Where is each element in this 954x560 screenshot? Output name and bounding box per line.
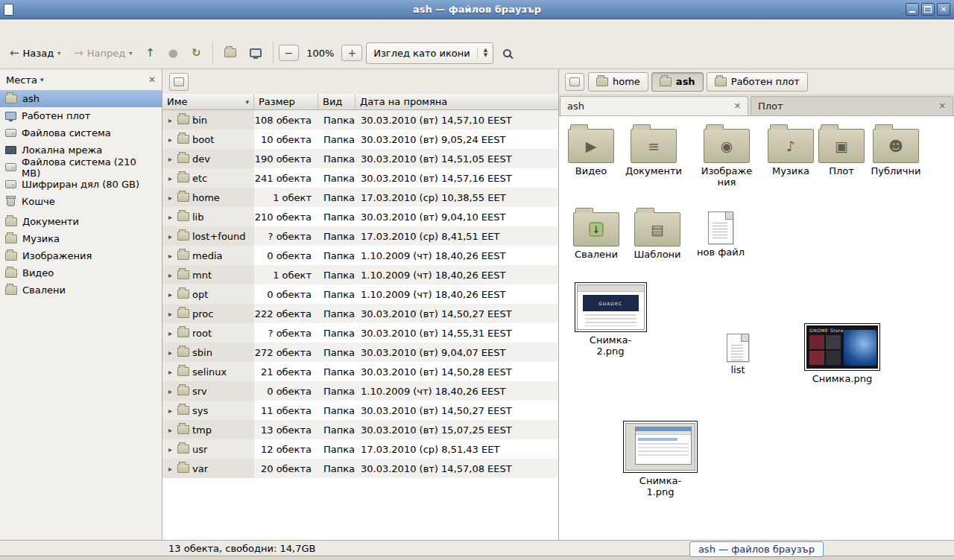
tree-row[interactable]: ▸ usr 12 обекта Папка 17.03.2010 (ср) 8,…	[162, 439, 558, 459]
folder-item[interactable]: ↓ Свалени	[569, 207, 623, 260]
tab-close-icon[interactable]: ✕	[939, 101, 946, 111]
sidebar-item[interactable]: Изображения	[0, 247, 162, 264]
tree-row[interactable]: ▸ sys 11 обекта Папка 30.03.2010 (вт) 14…	[162, 401, 558, 420]
computer-button[interactable]	[244, 43, 268, 63]
tree-row[interactable]: ▸ root ? обекта Папка 30.03.2010 (вт) 14…	[162, 323, 558, 343]
root-location-button[interactable]	[169, 73, 189, 91]
minimize-button[interactable]	[906, 3, 919, 16]
folder-item[interactable]: ◉ Изображения	[695, 124, 759, 188]
view-mode-dropdown[interactable]: Изглед като икони ▲▼	[366, 42, 493, 64]
expander-icon[interactable]: ▸	[166, 116, 174, 124]
tree-row[interactable]: ▸ lib 210 обекта Папка 30.03.2010 (вт) 9…	[162, 207, 558, 226]
column-header-type[interactable]: Вид	[318, 94, 356, 109]
tree-row[interactable]: ▸ home 1 обект Папка 17.03.2010 (ср) 10,…	[162, 188, 558, 207]
expander-icon[interactable]: ▸	[166, 387, 174, 395]
folder-item[interactable]: ▶ Видео	[564, 124, 618, 176]
tree-row[interactable]: ▸ srv 0 обекта Папка 1.10.2009 (чт) 18,4…	[162, 381, 558, 401]
sidebar-close-icon[interactable]: ✕	[148, 74, 156, 85]
expander-icon[interactable]: ▸	[166, 252, 174, 260]
sidebar-item[interactable]: Видео	[0, 264, 162, 281]
maximize-button[interactable]	[921, 3, 935, 16]
home-button[interactable]	[218, 43, 242, 63]
stop-button[interactable]: ●	[162, 42, 184, 63]
sidebar-item[interactable]: Музика	[0, 230, 162, 247]
expander-icon[interactable]: ▸	[166, 310, 174, 318]
tree-row[interactable]: ▸ etc 241 обекта Папка 30.03.2010 (вт) 1…	[162, 168, 558, 188]
menu-item[interactable]	[16, 26, 30, 31]
image-item[interactable]: GUADEC Снимка-2.png	[573, 282, 648, 357]
taskbar-window-button[interactable]: ash — файлов браузър	[689, 541, 824, 557]
expander-icon[interactable]: ▸	[166, 271, 174, 279]
sidebar-item[interactable]: Свалени	[0, 281, 162, 299]
tree-row[interactable]: ▸ selinux 21 обекта Папка 30.03.2010 (вт…	[162, 362, 558, 381]
expander-icon[interactable]: ▸	[166, 349, 174, 357]
expander-icon[interactable]: ▸	[166, 174, 174, 182]
tree-row[interactable]: ▸ media 0 обекта Папка 1.10.2009 (чт) 18…	[162, 246, 558, 265]
menu-item[interactable]	[70, 26, 83, 31]
zoom-in-button[interactable]: +	[341, 45, 362, 61]
search-button[interactable]	[497, 44, 517, 63]
back-history-chevron-icon[interactable]: ▾	[57, 50, 60, 57]
expander-icon[interactable]: ▸	[166, 329, 174, 337]
breadcrumb-button[interactable]: home	[588, 72, 648, 92]
sidebar-item[interactable]: Документи	[0, 213, 162, 230]
tree-row[interactable]: ▸ boot 10 обекта Папка 30.03.2010 (вт) 9…	[162, 130, 558, 149]
expander-icon[interactable]: ▸	[166, 290, 174, 299]
image-item[interactable]: GNOME Store Снимка.png	[803, 323, 881, 384]
file-item[interactable]: list	[713, 334, 762, 375]
folder-item[interactable]: ≡ Документи	[624, 124, 683, 176]
expander-icon[interactable]: ▸	[166, 445, 174, 454]
column-header-name[interactable]: Име▾	[162, 94, 254, 109]
breadcrumb-button[interactable]: Работен плот	[707, 72, 808, 92]
sidebar-item[interactable]: Файлова система (210 MB)	[0, 159, 162, 176]
reload-button[interactable]: ↻	[186, 42, 207, 63]
sidebar-item[interactable]: Кошче	[0, 193, 162, 210]
column-header-date[interactable]: Дата на промяна	[356, 94, 558, 109]
breadcrumb-button[interactable]: ash	[651, 72, 704, 92]
zoom-out-button[interactable]: −	[279, 45, 300, 61]
tree-row[interactable]: ▸ tmp 13 обекта Папка 30.03.2010 (вт) 15…	[162, 420, 558, 439]
expander-icon[interactable]: ▸	[166, 368, 174, 376]
tree-row[interactable]: ▸ bin 108 обекта Папка 30.03.2010 (вт) 1…	[162, 110, 558, 130]
expander-icon[interactable]: ▸	[166, 465, 174, 473]
menu-item[interactable]	[57, 26, 70, 31]
close-button[interactable]	[937, 3, 950, 16]
sidebar-item[interactable]: Файлова система	[0, 124, 162, 141]
file-item[interactable]: нов файл	[695, 211, 747, 258]
tree-row[interactable]: ▸ sbin 272 обекта Папка 30.03.2010 (вт) …	[162, 343, 558, 362]
tree-row[interactable]: ▸ lost+found ? обекта Папка 17.03.2010 (…	[162, 226, 558, 246]
expander-icon[interactable]: ▸	[166, 426, 174, 434]
folder-item[interactable]: ▤ Шаблони	[630, 207, 685, 260]
expander-icon[interactable]: ▸	[166, 136, 174, 144]
sidebar-title[interactable]: Места	[6, 74, 37, 86]
tree-row[interactable]: ▸ mnt 1 обект Папка 1.10.2009 (чт) 18,40…	[162, 265, 558, 284]
tree-row[interactable]: ▸ var 20 обекта Папка 30.03.2010 (вт) 14…	[162, 459, 558, 478]
forward-button[interactable]: → Напред ▾	[68, 42, 138, 64]
tree-row[interactable]: ▸ proc 222 обекта Папка 30.03.2010 (вт) …	[162, 304, 558, 323]
pathbar-toggle-button[interactable]	[565, 73, 584, 91]
folder-item[interactable]: ☻ Публични	[868, 124, 924, 176]
folder-item[interactable]: ▣ Плот	[818, 124, 865, 176]
column-header-size[interactable]: Размер	[254, 94, 318, 109]
expander-icon[interactable]: ▸	[166, 194, 174, 202]
menu-item[interactable]	[30, 26, 43, 31]
menu-item[interactable]	[3, 26, 16, 31]
back-button[interactable]: ← Назад ▾	[4, 42, 66, 64]
expander-icon[interactable]: ▸	[166, 407, 174, 415]
sidebar-item[interactable]: Работен плот	[0, 107, 162, 124]
expander-icon[interactable]: ▸	[166, 213, 174, 221]
sidebar-item[interactable]: ash	[0, 90, 162, 107]
expander-icon[interactable]: ▸	[166, 155, 174, 163]
tab[interactable]: ash ✕	[560, 96, 748, 115]
up-button[interactable]: ↑	[139, 42, 161, 63]
image-item[interactable]: Снимка-1.png	[622, 421, 699, 497]
folder-item[interactable]: ♪ Музика	[764, 124, 818, 176]
titlebar[interactable]: ash — файлов браузър	[0, 0, 954, 19]
tab[interactable]: Плот ✕	[751, 96, 953, 115]
sidebar-selector-chevron-icon[interactable]: ▾	[40, 76, 44, 83]
tree-row[interactable]: ▸ opt 0 обекта Папка 1.10.2009 (чт) 18,4…	[162, 284, 558, 304]
menu-item[interactable]	[43, 26, 57, 31]
tree-row[interactable]: ▸ dev 190 обекта Папка 30.03.2010 (вт) 1…	[162, 149, 558, 168]
tab-close-icon[interactable]: ✕	[734, 101, 741, 111]
sidebar-item[interactable]: Шифриран дял (80 GB)	[0, 176, 162, 193]
